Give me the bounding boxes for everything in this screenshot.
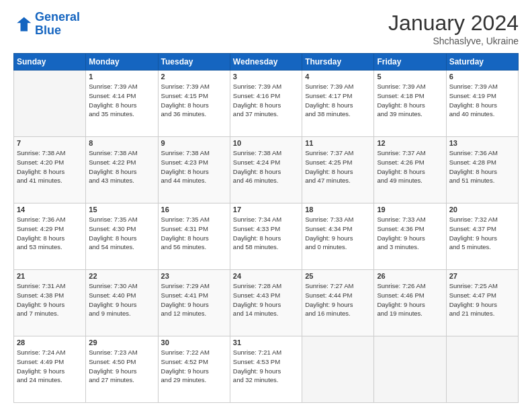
day-cell: 15Sunrise: 7:35 AMSunset: 4:30 PMDayligh… xyxy=(86,203,158,270)
day-cell: 18Sunrise: 7:33 AMSunset: 4:34 PMDayligh… xyxy=(302,203,374,270)
day-cell: 17Sunrise: 7:34 AMSunset: 4:33 PMDayligh… xyxy=(230,203,302,270)
svg-marker-0 xyxy=(17,17,31,31)
day-number: 23 xyxy=(161,272,227,280)
week-row-4: 21Sunrise: 7:31 AMSunset: 4:38 PMDayligh… xyxy=(14,270,519,336)
day-number: 12 xyxy=(377,139,443,147)
day-info: Sunrise: 7:38 AMSunset: 4:23 PMDaylight:… xyxy=(161,148,227,185)
day-cell: 20Sunrise: 7:32 AMSunset: 4:37 PMDayligh… xyxy=(446,203,518,270)
day-number: 5 xyxy=(377,73,443,81)
day-cell: 30Sunrise: 7:22 AMSunset: 4:52 PMDayligh… xyxy=(158,336,230,403)
day-info: Sunrise: 7:33 AMSunset: 4:34 PMDaylight:… xyxy=(305,215,371,252)
day-info: Sunrise: 7:39 AMSunset: 4:16 PMDaylight:… xyxy=(233,82,299,119)
day-info: Sunrise: 7:24 AMSunset: 4:49 PMDaylight:… xyxy=(17,348,83,385)
day-info: Sunrise: 7:33 AMSunset: 4:36 PMDaylight:… xyxy=(377,215,443,252)
day-number: 14 xyxy=(17,205,83,214)
day-info: Sunrise: 7:35 AMSunset: 4:31 PMDaylight:… xyxy=(161,215,227,252)
day-cell: 23Sunrise: 7:29 AMSunset: 4:41 PMDayligh… xyxy=(158,270,230,336)
day-cell: 6Sunrise: 7:39 AMSunset: 4:19 PMDaylight… xyxy=(446,71,518,137)
day-cell: 13Sunrise: 7:36 AMSunset: 4:28 PMDayligh… xyxy=(446,137,518,203)
day-number: 20 xyxy=(449,205,515,214)
day-number: 25 xyxy=(305,272,371,280)
day-number: 21 xyxy=(17,272,83,280)
day-info: Sunrise: 7:22 AMSunset: 4:52 PMDaylight:… xyxy=(161,348,227,385)
day-cell: 19Sunrise: 7:33 AMSunset: 4:36 PMDayligh… xyxy=(374,203,446,270)
day-number: 2 xyxy=(161,73,227,81)
col-thursday: Thursday xyxy=(302,54,374,71)
day-cell: 3Sunrise: 7:39 AMSunset: 4:16 PMDaylight… xyxy=(230,71,302,137)
day-cell: 28Sunrise: 7:24 AMSunset: 4:49 PMDayligh… xyxy=(14,336,86,403)
day-cell: 7Sunrise: 7:38 AMSunset: 4:20 PMDaylight… xyxy=(14,137,86,203)
day-number: 3 xyxy=(233,73,299,81)
day-number: 8 xyxy=(89,139,154,147)
day-info: Sunrise: 7:30 AMSunset: 4:40 PMDaylight:… xyxy=(89,281,154,318)
day-info: Sunrise: 7:36 AMSunset: 4:29 PMDaylight:… xyxy=(17,215,83,252)
day-info: Sunrise: 7:38 AMSunset: 4:22 PMDaylight:… xyxy=(89,148,154,185)
logo-text: GeneralBlue xyxy=(35,11,80,38)
day-number: 26 xyxy=(377,272,443,280)
day-number: 31 xyxy=(233,338,299,347)
day-number: 24 xyxy=(233,272,299,280)
day-info: Sunrise: 7:39 AMSunset: 4:14 PMDaylight:… xyxy=(89,82,154,119)
day-info: Sunrise: 7:31 AMSunset: 4:38 PMDaylight:… xyxy=(17,281,83,318)
day-number: 22 xyxy=(89,272,154,280)
day-number: 13 xyxy=(449,139,515,147)
day-cell xyxy=(14,71,86,137)
day-info: Sunrise: 7:29 AMSunset: 4:41 PMDaylight:… xyxy=(161,281,227,318)
day-cell: 2Sunrise: 7:39 AMSunset: 4:15 PMDaylight… xyxy=(158,71,230,137)
day-cell: 4Sunrise: 7:39 AMSunset: 4:17 PMDaylight… xyxy=(302,71,374,137)
day-info: Sunrise: 7:35 AMSunset: 4:30 PMDaylight:… xyxy=(89,215,154,252)
day-cell: 5Sunrise: 7:39 AMSunset: 4:18 PMDaylight… xyxy=(374,71,446,137)
day-number: 19 xyxy=(377,205,443,214)
calendar-table: Sunday Monday Tuesday Wednesday Thursday… xyxy=(13,53,519,403)
day-info: Sunrise: 7:26 AMSunset: 4:46 PMDaylight:… xyxy=(377,281,443,318)
day-cell: 26Sunrise: 7:26 AMSunset: 4:46 PMDayligh… xyxy=(374,270,446,336)
day-info: Sunrise: 7:21 AMSunset: 4:53 PMDaylight:… xyxy=(233,348,299,385)
logo: GeneralBlue xyxy=(13,11,80,38)
day-cell xyxy=(302,336,374,403)
day-info: Sunrise: 7:39 AMSunset: 4:15 PMDaylight:… xyxy=(161,82,227,119)
location-subtitle: Shchaslyve, Ukraine xyxy=(388,36,519,46)
col-sunday: Sunday xyxy=(14,54,86,71)
month-title: January 2024 xyxy=(388,11,519,36)
day-cell: 22Sunrise: 7:30 AMSunset: 4:40 PMDayligh… xyxy=(86,270,158,336)
day-number: 11 xyxy=(305,139,371,147)
day-number: 7 xyxy=(17,139,83,147)
day-number: 10 xyxy=(233,139,299,147)
day-number: 1 xyxy=(89,73,154,81)
week-row-5: 28Sunrise: 7:24 AMSunset: 4:49 PMDayligh… xyxy=(14,336,519,403)
day-info: Sunrise: 7:38 AMSunset: 4:20 PMDaylight:… xyxy=(17,148,83,185)
week-row-2: 7Sunrise: 7:38 AMSunset: 4:20 PMDaylight… xyxy=(14,137,519,203)
day-info: Sunrise: 7:38 AMSunset: 4:24 PMDaylight:… xyxy=(233,148,299,185)
header-row: Sunday Monday Tuesday Wednesday Thursday… xyxy=(14,54,519,71)
day-cell: 25Sunrise: 7:27 AMSunset: 4:44 PMDayligh… xyxy=(302,270,374,336)
day-number: 17 xyxy=(233,205,299,214)
day-info: Sunrise: 7:28 AMSunset: 4:43 PMDaylight:… xyxy=(233,281,299,318)
day-cell: 12Sunrise: 7:37 AMSunset: 4:26 PMDayligh… xyxy=(374,137,446,203)
day-cell: 10Sunrise: 7:38 AMSunset: 4:24 PMDayligh… xyxy=(230,137,302,203)
logo-icon xyxy=(13,15,32,34)
day-cell: 21Sunrise: 7:31 AMSunset: 4:38 PMDayligh… xyxy=(14,270,86,336)
day-number: 16 xyxy=(161,205,227,214)
day-cell: 9Sunrise: 7:38 AMSunset: 4:23 PMDaylight… xyxy=(158,137,230,203)
day-number: 28 xyxy=(17,338,83,347)
day-info: Sunrise: 7:39 AMSunset: 4:18 PMDaylight:… xyxy=(377,82,443,119)
day-info: Sunrise: 7:34 AMSunset: 4:33 PMDaylight:… xyxy=(233,215,299,252)
day-cell: 1Sunrise: 7:39 AMSunset: 4:14 PMDaylight… xyxy=(86,71,158,137)
day-info: Sunrise: 7:36 AMSunset: 4:28 PMDaylight:… xyxy=(449,148,515,185)
day-number: 29 xyxy=(89,338,154,347)
week-row-3: 14Sunrise: 7:36 AMSunset: 4:29 PMDayligh… xyxy=(14,203,519,270)
col-wednesday: Wednesday xyxy=(230,54,302,71)
col-monday: Monday xyxy=(86,54,158,71)
day-number: 9 xyxy=(161,139,227,147)
day-cell: 24Sunrise: 7:28 AMSunset: 4:43 PMDayligh… xyxy=(230,270,302,336)
day-cell: 27Sunrise: 7:25 AMSunset: 4:47 PMDayligh… xyxy=(446,270,518,336)
day-info: Sunrise: 7:32 AMSunset: 4:37 PMDaylight:… xyxy=(449,215,515,252)
page: GeneralBlue January 2024 Shchaslyve, Ukr… xyxy=(0,0,532,411)
day-number: 15 xyxy=(89,205,154,214)
day-cell: 8Sunrise: 7:38 AMSunset: 4:22 PMDaylight… xyxy=(86,137,158,203)
day-cell: 11Sunrise: 7:37 AMSunset: 4:25 PMDayligh… xyxy=(302,137,374,203)
day-number: 6 xyxy=(449,73,515,81)
day-cell: 29Sunrise: 7:23 AMSunset: 4:50 PMDayligh… xyxy=(86,336,158,403)
col-friday: Friday xyxy=(374,54,446,71)
title-block: January 2024 Shchaslyve, Ukraine xyxy=(388,11,519,46)
